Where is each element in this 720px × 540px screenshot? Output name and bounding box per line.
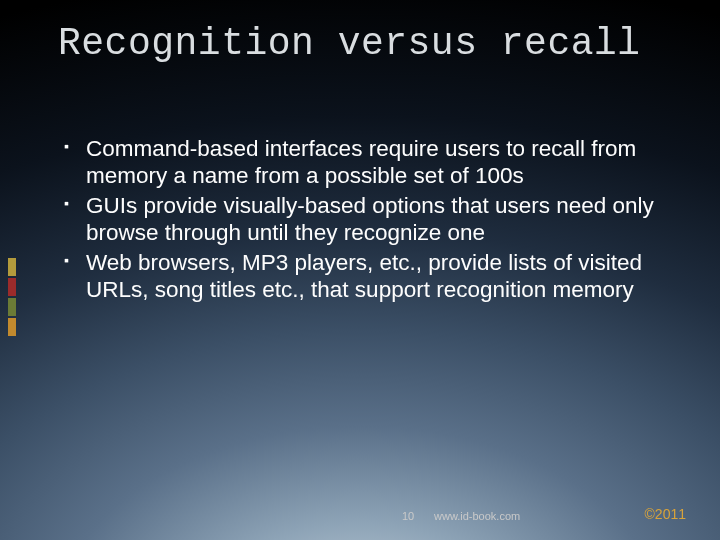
accent-bar [8, 298, 16, 316]
bullet-text: Command-based interfaces require users t… [86, 136, 636, 188]
slide-footer: 10 www.id-book.com ©2011 [0, 502, 720, 522]
accent-bar [8, 278, 16, 296]
bullet-item: GUIs provide visually-based options that… [86, 193, 664, 246]
bullet-text: Web browsers, MP3 players, etc., provide… [86, 250, 642, 302]
bullet-text: GUIs provide visually-based options that… [86, 193, 654, 245]
accent-bars [8, 258, 16, 338]
accent-bar [8, 318, 16, 336]
bullet-item: Command-based interfaces require users t… [86, 136, 664, 189]
slide: Recognition versus recall Command-based … [0, 0, 720, 540]
slide-body: Command-based interfaces require users t… [86, 136, 664, 307]
bullet-item: Web browsers, MP3 players, etc., provide… [86, 250, 664, 303]
footer-url: www.id-book.com [434, 510, 520, 522]
copyright: ©2011 [645, 506, 686, 522]
page-number: 10 [402, 510, 414, 522]
slide-title: Recognition versus recall [58, 22, 680, 65]
accent-bar [8, 258, 16, 276]
